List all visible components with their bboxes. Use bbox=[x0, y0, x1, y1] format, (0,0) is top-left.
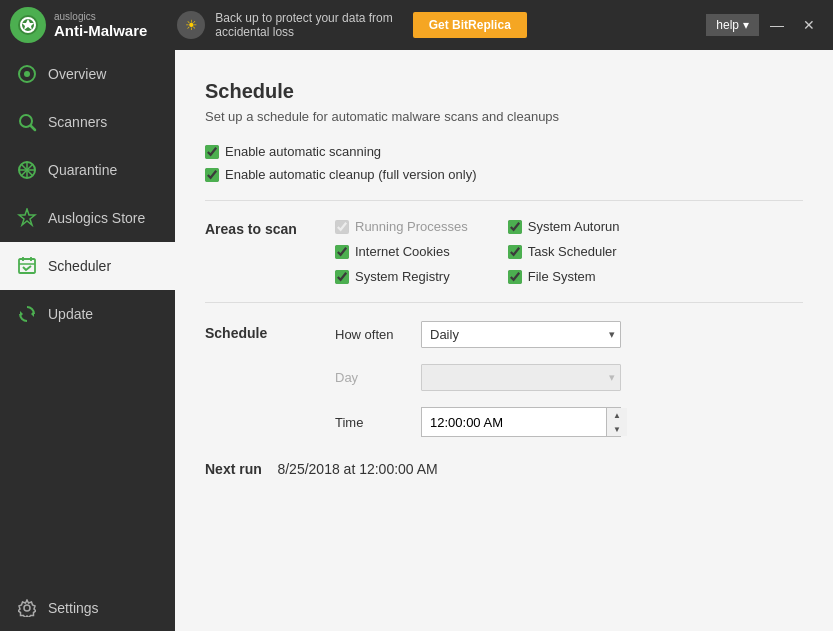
sidebar-item-update[interactable]: Update bbox=[0, 290, 175, 338]
task-scheduler-label: Task Scheduler bbox=[528, 244, 617, 259]
enable-cleanup-row: Enable automatic cleanup (full version o… bbox=[205, 167, 803, 182]
sidebar-item-overview[interactable]: Overview bbox=[0, 50, 175, 98]
day-select[interactable] bbox=[421, 364, 621, 391]
area-task-scheduler: Task Scheduler bbox=[508, 244, 620, 259]
notification-text: Back up to protect your data fromacciden… bbox=[215, 11, 392, 39]
settings-label: Settings bbox=[48, 600, 99, 616]
time-increment-button[interactable]: ▲ bbox=[607, 408, 627, 422]
system-autorun-label: System Autorun bbox=[528, 219, 620, 234]
schedule-section: Schedule How often Daily Weekly Monthly … bbox=[205, 321, 803, 437]
schedule-label: Schedule bbox=[205, 321, 315, 437]
next-run-section: Next run 8/25/2018 at 12:00:00 AM bbox=[205, 461, 803, 477]
areas-col-right: System Autorun Task Scheduler File Syste… bbox=[508, 219, 620, 284]
svg-point-4 bbox=[24, 71, 30, 77]
system-autorun-checkbox[interactable] bbox=[508, 220, 522, 234]
page-subtitle: Set up a schedule for automatic malware … bbox=[205, 109, 803, 124]
how-often-label: How often bbox=[335, 327, 405, 342]
help-chevron-icon: ▾ bbox=[743, 18, 749, 32]
next-run-label: Next run bbox=[205, 461, 262, 477]
overview-icon bbox=[16, 64, 38, 84]
area-internet-cookies: Internet Cookies bbox=[335, 244, 468, 259]
svg-point-18 bbox=[24, 605, 30, 611]
sidebar-item-scanners[interactable]: Scanners bbox=[0, 98, 175, 146]
update-icon bbox=[16, 304, 38, 324]
help-label: help bbox=[716, 18, 739, 32]
area-system-registry: System Registry bbox=[335, 269, 468, 284]
time-label: Time bbox=[335, 415, 405, 430]
areas-label: Areas to scan bbox=[205, 219, 315, 284]
svg-marker-17 bbox=[20, 311, 23, 317]
next-run-value: 8/25/2018 at 12:00:00 AM bbox=[277, 461, 437, 477]
enable-scanning-checkbox[interactable] bbox=[205, 145, 219, 159]
minimize-button[interactable]: — bbox=[763, 11, 791, 39]
svg-rect-12 bbox=[19, 259, 35, 273]
app-logo: auslogics Anti-Malware bbox=[10, 7, 147, 43]
time-row: Time ▲ ▼ bbox=[335, 407, 621, 437]
areas-col-left: Running Processes Internet Cookies Syste… bbox=[335, 219, 468, 284]
notification-icon: ☀ bbox=[177, 11, 205, 39]
overview-label: Overview bbox=[48, 66, 106, 82]
areas-columns: Running Processes Internet Cookies Syste… bbox=[335, 219, 620, 284]
main-layout: Overview Scanners Quarantine bbox=[0, 50, 833, 631]
titlebar: auslogics Anti-Malware ☀ Back up to prot… bbox=[0, 0, 833, 50]
notification-area: ☀ Back up to protect your data fromaccid… bbox=[177, 11, 526, 39]
file-system-label: File System bbox=[528, 269, 596, 284]
scheduler-label: Scheduler bbox=[48, 258, 111, 274]
page-title: Schedule bbox=[205, 80, 803, 103]
logo-icon bbox=[10, 7, 46, 43]
help-button[interactable]: help ▾ bbox=[706, 14, 759, 36]
scanners-icon bbox=[16, 112, 38, 132]
sidebar-item-auslogics-store[interactable]: Auslogics Store bbox=[0, 194, 175, 242]
area-running-processes: Running Processes bbox=[335, 219, 468, 234]
logo-brand: auslogics bbox=[54, 11, 147, 22]
running-processes-checkbox[interactable] bbox=[335, 220, 349, 234]
running-processes-label: Running Processes bbox=[355, 219, 468, 234]
how-often-select-wrapper: Daily Weekly Monthly ▾ bbox=[421, 321, 621, 348]
enable-cleanup-checkbox[interactable] bbox=[205, 168, 219, 182]
internet-cookies-label: Internet Cookies bbox=[355, 244, 450, 259]
content-area: Schedule Set up a schedule for automatic… bbox=[175, 50, 833, 631]
quarantine-icon bbox=[16, 160, 38, 180]
logo-name: Anti-Malware bbox=[54, 22, 147, 39]
settings-icon bbox=[16, 599, 38, 617]
scanners-label: Scanners bbox=[48, 114, 107, 130]
enable-scanning-label: Enable automatic scanning bbox=[225, 144, 381, 159]
areas-to-scan-section: Areas to scan Running Processes Internet… bbox=[205, 219, 803, 284]
day-select-wrapper: ▾ bbox=[421, 364, 621, 391]
time-decrement-button[interactable]: ▼ bbox=[607, 422, 627, 436]
system-registry-label: System Registry bbox=[355, 269, 450, 284]
sidebar-item-quarantine[interactable]: Quarantine bbox=[0, 146, 175, 194]
sidebar: Overview Scanners Quarantine bbox=[0, 50, 175, 631]
internet-cookies-checkbox[interactable] bbox=[335, 245, 349, 259]
task-scheduler-checkbox[interactable] bbox=[508, 245, 522, 259]
how-often-select[interactable]: Daily Weekly Monthly bbox=[421, 321, 621, 348]
time-input-wrapper: ▲ ▼ bbox=[421, 407, 621, 437]
day-label: Day bbox=[335, 370, 405, 385]
schedule-form: How often Daily Weekly Monthly ▾ Day bbox=[335, 321, 621, 437]
window-controls: help ▾ — ✕ bbox=[706, 11, 823, 39]
svg-line-6 bbox=[31, 126, 35, 130]
scheduler-icon bbox=[16, 256, 38, 276]
day-row: Day ▾ bbox=[335, 364, 621, 391]
enable-scanning-row: Enable automatic scanning bbox=[205, 144, 803, 159]
update-label: Update bbox=[48, 306, 93, 322]
time-spinners: ▲ ▼ bbox=[606, 408, 627, 436]
enable-cleanup-label: Enable automatic cleanup (full version o… bbox=[225, 167, 476, 182]
sidebar-item-scheduler[interactable]: Scheduler bbox=[0, 242, 175, 290]
section-divider bbox=[205, 200, 803, 201]
section-divider-2 bbox=[205, 302, 803, 303]
file-system-checkbox[interactable] bbox=[508, 270, 522, 284]
svg-marker-16 bbox=[31, 311, 34, 317]
how-often-row: How often Daily Weekly Monthly ▾ bbox=[335, 321, 621, 348]
logo-text: auslogics Anti-Malware bbox=[54, 11, 147, 39]
system-registry-checkbox[interactable] bbox=[335, 270, 349, 284]
area-file-system: File System bbox=[508, 269, 620, 284]
quarantine-label: Quarantine bbox=[48, 162, 117, 178]
sidebar-item-settings[interactable]: Settings bbox=[0, 585, 175, 631]
bitreplica-button[interactable]: Get BitReplica bbox=[413, 12, 527, 38]
time-input[interactable] bbox=[422, 410, 606, 435]
close-button[interactable]: ✕ bbox=[795, 11, 823, 39]
store-label: Auslogics Store bbox=[48, 210, 145, 226]
store-icon bbox=[16, 208, 38, 228]
area-system-autorun: System Autorun bbox=[508, 219, 620, 234]
